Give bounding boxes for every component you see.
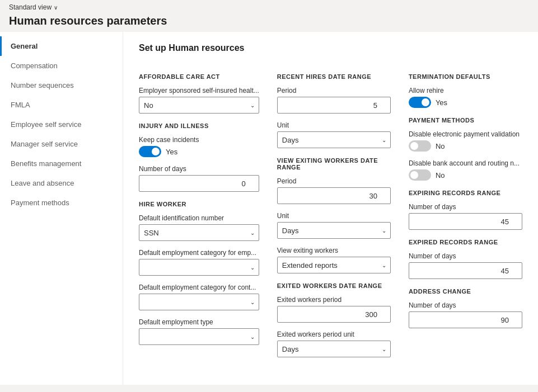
default-id-field: Default identification number SSN ⌄ (139, 214, 259, 241)
view-exiting-unit-select[interactable]: Days Weeks Months (277, 222, 391, 239)
column-1: AFFORDABLE CARE ACT Employer sponsored s… (139, 64, 259, 365)
employer-sponsored-select-wrapper: No Yes ⌄ (139, 97, 259, 114)
address-change-label: ADDRESS CHANGE (409, 288, 522, 295)
column-3: TERMINATION DEFAULTS Allow rehire Yes PA… (409, 64, 522, 365)
sidebar-item-manager-self-service[interactable]: Manager self service (0, 134, 123, 154)
address-change-days-field: Number of days (409, 301, 522, 328)
disable-bank-toggle[interactable] (409, 169, 431, 181)
view-exiting-unit-select-wrapper: Days Weeks Months ⌄ (277, 222, 391, 239)
settings-grid: AFFORDABLE CARE ACT Employer sponsored s… (139, 64, 522, 365)
keep-case-incidents-label: Keep case incidents (139, 136, 259, 144)
section-title: Set up Human resources (139, 43, 522, 53)
recent-hires-unit-select[interactable]: Days Weeks Months (277, 131, 391, 148)
hire-worker-label: HIRE WORKER (139, 201, 259, 207)
emp-cat-cont-field: Default employment category for cont... … (139, 284, 259, 310)
top-bar: Standard view ∨ Human resources paramete… (0, 0, 538, 32)
default-id-select[interactable]: SSN (139, 224, 259, 241)
standard-view-button[interactable]: Standard view ∨ (9, 3, 529, 11)
exited-period-unit-field: Exited workers period unit Days Weeks Mo… (277, 330, 391, 357)
employer-sponsored-label: Employer sponsored self-insured healt... (139, 87, 259, 95)
emp-type-select[interactable] (139, 328, 259, 345)
emp-type-select-wrapper: ⌄ (139, 328, 259, 345)
expiring-days-input[interactable] (409, 213, 522, 230)
disable-electronic-toggle[interactable] (409, 140, 431, 152)
view-exiting-unit-field: Unit Days Weeks Months ⌄ (277, 212, 391, 239)
recent-hires-period-field: Period (277, 87, 391, 114)
expired-days-input[interactable] (409, 262, 522, 279)
view-exiting-label: VIEW EXITING WORKERS DATE RANGE (277, 157, 391, 171)
view-exiting-unit-label: Unit (277, 212, 391, 220)
view-exiting-period-input[interactable] (277, 187, 391, 204)
keep-case-toggle-label: Yes (166, 148, 177, 156)
emp-cat-cont-label: Default employment category for cont... (139, 284, 259, 291)
sidebar-item-fmla[interactable]: FMLA (0, 95, 123, 115)
expired-records-label: EXPIRED RECORDS RANGE (409, 239, 522, 245)
employer-sponsored-select[interactable]: No Yes (139, 97, 259, 114)
termination-defaults-label: TERMINATION DEFAULTS (409, 73, 522, 80)
standard-view-chevron-icon: ∨ (54, 4, 58, 11)
disable-electronic-toggle-row: No (409, 140, 522, 152)
expiring-records-label: EXPIRING RECORDS RANGE (409, 190, 522, 196)
allow-rehire-toggle[interactable] (409, 97, 431, 108)
standard-view-label: Standard view (9, 3, 52, 11)
allow-rehire-label: Allow rehire (409, 87, 522, 95)
injury-days-field: Number of days (139, 165, 259, 192)
sidebar: General Compensation Number sequences FM… (0, 32, 123, 385)
recent-hires-period-label: Period (277, 87, 391, 95)
exited-period-unit-select[interactable]: Days Weeks Months (277, 341, 391, 357)
affordable-care-act-label: AFFORDABLE CARE ACT (139, 73, 259, 80)
recent-hires-label: RECENT HIRES DATE RANGE (277, 73, 391, 80)
exited-period-input[interactable] (277, 306, 391, 323)
payment-methods-label: PAYMENT METHODS (409, 117, 522, 124)
page-title: Human resources parameters (0, 12, 538, 32)
sidebar-item-compensation[interactable]: Compensation (0, 56, 123, 75)
view-exiting-workers-label: View exiting workers (277, 247, 391, 254)
view-exiting-workers-select[interactable]: Extended reports Direct reports All work… (277, 257, 391, 273)
disable-bank-slider (409, 169, 431, 181)
sidebar-item-benefits-management[interactable]: Benefits management (0, 154, 123, 173)
allow-rehire-toggle-label: Yes (436, 98, 447, 107)
content-area: Set up Human resources AFFORDABLE CARE A… (123, 32, 538, 385)
emp-cat-cont-select-wrapper: ⌄ (139, 294, 259, 310)
sidebar-item-general[interactable]: General (0, 36, 123, 56)
keep-case-toggle[interactable] (139, 146, 161, 157)
emp-type-label: Default employment type (139, 318, 259, 326)
recent-hires-period-input[interactable] (277, 97, 391, 114)
recent-hires-unit-label: Unit (277, 121, 391, 129)
address-change-days-input[interactable] (409, 311, 522, 328)
disable-bank-toggle-row: No (409, 169, 522, 181)
disable-electronic-label: Disable electronic payment validation (409, 130, 522, 138)
main-layout: General Compensation Number sequences FM… (0, 32, 538, 385)
emp-cat-emp-select-wrapper: ⌄ (139, 259, 259, 276)
column-2: RECENT HIRES DATE RANGE Period Unit Days… (277, 64, 391, 365)
view-exiting-workers-field: View exiting workers Extended reports Di… (277, 247, 391, 273)
sidebar-item-payment-methods[interactable]: Payment methods (0, 193, 123, 212)
emp-cat-emp-field: Default employment category for emp... ⌄ (139, 249, 259, 276)
emp-cat-emp-select[interactable] (139, 259, 259, 276)
emp-cat-emp-label: Default employment category for emp... (139, 249, 259, 257)
exited-period-unit-label: Exited workers period unit (277, 330, 391, 338)
keep-case-toggle-row: Yes (139, 146, 259, 157)
expiring-days-field: Number of days (409, 203, 522, 230)
view-exiting-workers-select-wrapper: Extended reports Direct reports All work… (277, 257, 391, 273)
allow-rehire-slider (409, 97, 431, 108)
expiring-days-label: Number of days (409, 203, 522, 211)
expired-days-label: Number of days (409, 252, 522, 260)
expired-days-field: Number of days (409, 252, 522, 279)
sidebar-item-leave-and-absence[interactable]: Leave and absence (0, 173, 123, 193)
sidebar-item-number-sequences[interactable]: Number sequences (0, 75, 123, 95)
address-change-days-label: Number of days (409, 301, 522, 309)
recent-hires-unit-field: Unit Days Weeks Months ⌄ (277, 121, 391, 148)
disable-bank-label: Disable bank account and routing n... (409, 159, 522, 167)
disable-electronic-toggle-label: No (436, 142, 445, 150)
injury-days-input[interactable] (139, 175, 259, 192)
disable-bank-toggle-label: No (436, 171, 445, 180)
exited-period-label: Exited workers period (277, 296, 391, 304)
exited-period-field: Exited workers period (277, 296, 391, 323)
exited-workers-label: EXITED WORKERS DATE RANGE (277, 282, 391, 289)
view-exiting-period-field: Period (277, 177, 391, 204)
injury-illness-label: INJURY AND ILLNESS (139, 122, 259, 129)
default-id-label: Default identification number (139, 214, 259, 222)
emp-cat-cont-select[interactable] (139, 294, 259, 310)
sidebar-item-employee-self-service[interactable]: Employee self service (0, 115, 123, 134)
